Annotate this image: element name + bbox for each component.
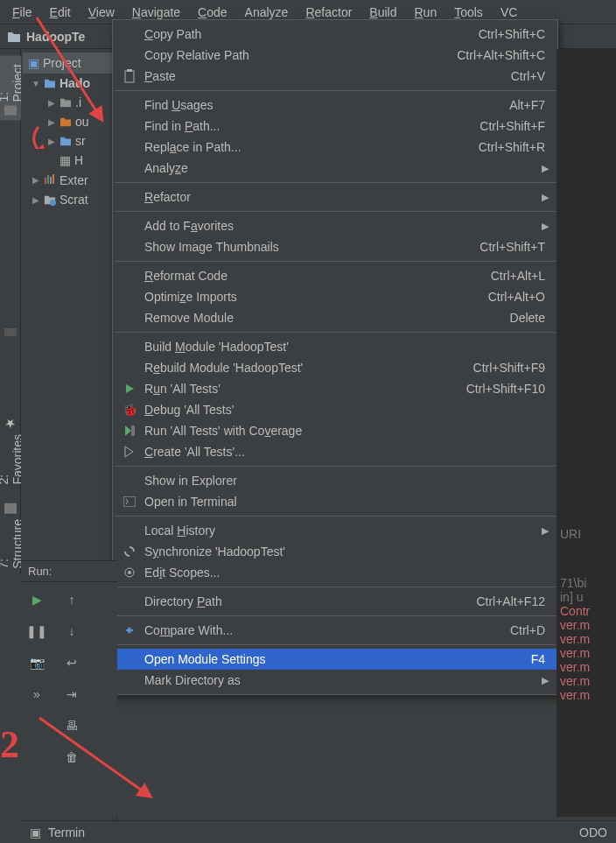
menu-item-edit-scopes[interactable]: Edit Scopes... xyxy=(113,562,557,583)
bottom-todo[interactable]: ODO xyxy=(579,825,607,839)
tree-root[interactable]: ▼ Hado xyxy=(23,74,115,93)
down-icon[interactable]: ↓ xyxy=(63,622,80,640)
scratches-icon xyxy=(44,193,56,206)
print-icon[interactable]: 🖶 xyxy=(63,717,80,734)
menu-item-run-all-tests[interactable]: Run 'All Tests'Ctrl+Shift+F10 xyxy=(113,378,557,399)
submenu-arrow-icon: ▶ xyxy=(542,675,549,686)
terminal-icon[interactable]: ▣ xyxy=(30,825,41,839)
menu-item-debug-all-tests[interactable]: 🐞Debug 'All Tests' xyxy=(113,399,557,420)
menu-item-copy-relative-path[interactable]: Copy Relative PathCtrl+Alt+Shift+C xyxy=(113,45,557,66)
folder-icon xyxy=(7,31,21,43)
menu-item-analyze[interactable]: Analyze▶ xyxy=(113,158,557,179)
menu-shortcut: Alt+F7 xyxy=(509,98,545,112)
file-icon: ▦ xyxy=(60,153,71,167)
bug-icon: 🐞 xyxy=(122,402,137,418)
menu-item-find-usages[interactable]: Find UsagesAlt+F7 xyxy=(113,95,557,116)
camera-icon[interactable]: 📷 xyxy=(28,654,46,671)
star-icon: ★ xyxy=(4,417,18,431)
menu-shortcut: Ctrl+Alt+F12 xyxy=(476,594,545,608)
rerun-icon[interactable]: ▶ xyxy=(28,591,46,608)
scroll-icon[interactable]: ⇥ xyxy=(63,685,80,703)
menu-separator xyxy=(115,587,556,587)
tree-item-src[interactable]: ▶ sr xyxy=(23,131,115,151)
menu-shortcut: Ctrl+Shift+F9 xyxy=(473,361,545,375)
menu-item-label: Mark Directory as xyxy=(144,673,545,687)
svg-rect-7 xyxy=(123,496,136,507)
svg-point-9 xyxy=(128,571,131,574)
menu-item-compare-with[interactable]: Compare With...Ctrl+D xyxy=(113,620,557,641)
expand-icon[interactable]: ▼ xyxy=(32,79,40,88)
expand-icon[interactable]: » xyxy=(28,685,46,703)
folder-icon[interactable] xyxy=(4,328,17,336)
coverage-icon xyxy=(122,423,137,439)
tree-item-idea[interactable]: ▶ .i xyxy=(23,93,115,112)
tree-item-out[interactable]: ▶ ou xyxy=(23,112,115,131)
expand-icon[interactable]: ▶ xyxy=(32,195,40,205)
project-tab-header[interactable]: ▣ Project xyxy=(23,53,115,74)
svg-rect-1 xyxy=(47,175,49,184)
menu-shortcut: Ctrl+D xyxy=(510,623,545,637)
menu-item-label: Directory Path xyxy=(144,594,476,608)
bottom-terminal[interactable]: Termin xyxy=(48,825,85,839)
menu-separator xyxy=(115,644,556,645)
menu-item-remove-module[interactable]: Remove ModuleDelete xyxy=(113,307,557,328)
menu-item-reformat-code[interactable]: Reformat CodeCtrl+Alt+L xyxy=(113,265,557,286)
window-icon: ▣ xyxy=(28,56,39,70)
svg-rect-5 xyxy=(125,71,134,82)
wrap-icon[interactable]: ↩ xyxy=(63,654,80,671)
expand-icon[interactable]: ▶ xyxy=(32,175,40,185)
menu-item-label: Analyze xyxy=(144,161,545,175)
menu-item-show-image-thumbnails[interactable]: Show Image ThumbnailsCtrl+Shift+T xyxy=(113,236,557,257)
menu-item-refactor[interactable]: Refactor▶ xyxy=(113,186,557,207)
pause-icon[interactable]: ❚❚ xyxy=(28,622,46,640)
expand-icon[interactable]: ▶ xyxy=(47,98,56,108)
breadcrumb-project[interactable]: HadoopTe xyxy=(26,30,85,44)
sync-icon xyxy=(122,544,137,559)
run-panel: Run: ▶ ❚❚ 📷 » ↑ ↓ ↩ ⇥ 🖶 🗑 xyxy=(21,560,117,817)
menu-item-create-all-tests[interactable]: Create 'All Tests'... xyxy=(113,441,557,462)
menu-separator xyxy=(115,211,556,212)
expand-icon[interactable]: ▶ xyxy=(47,137,56,146)
left-gutter: 1: Project 2: Favorites ★ 7: Structure xyxy=(0,49,21,574)
menu-item-add-to-favorites[interactable]: Add to Favorites▶ xyxy=(113,215,557,236)
menu-separator xyxy=(115,261,556,262)
menu-item-build-module[interactable]: Build Module 'HadoopTest' xyxy=(113,336,557,357)
tree-item-iml[interactable]: ▶ ▦ H xyxy=(23,151,115,170)
paste-icon xyxy=(122,68,137,84)
menu-item-rebuild-module[interactable]: Rebuild Module 'HadoopTest'Ctrl+Shift+F9 xyxy=(113,357,557,378)
trash-icon[interactable]: 🗑 xyxy=(63,748,80,766)
menu-item-local-history[interactable]: Local History▶ xyxy=(113,520,557,541)
menu-edit[interactable]: Edit xyxy=(41,2,80,23)
menu-item-label: Edit Scopes... xyxy=(144,566,545,580)
folder-icon xyxy=(60,136,72,146)
menu-file[interactable]: File xyxy=(4,2,41,23)
tree-scratches[interactable]: ▶ Scrat xyxy=(23,190,115,209)
structure-icon xyxy=(4,503,17,513)
menu-shortcut: Delete xyxy=(510,311,545,325)
context-menu: Copy PathCtrl+Shift+CCopy Relative PathC… xyxy=(112,19,558,695)
svg-point-4 xyxy=(50,200,56,206)
menu-item-directory-path[interactable]: Directory PathCtrl+Alt+F12 xyxy=(113,591,557,612)
menu-item-mark-directory-as[interactable]: Mark Directory as▶ xyxy=(113,670,557,691)
menu-item-label: Remove Module xyxy=(144,311,510,325)
menu-separator xyxy=(115,332,556,333)
menu-item-synchronize[interactable]: Synchronize 'HadoopTest' xyxy=(113,541,557,562)
menu-item-label: Copy Relative Path xyxy=(144,48,457,62)
menu-item-label: Run 'All Tests' with Coverage xyxy=(144,424,545,438)
menu-item-replace-in-path[interactable]: Replace in Path...Ctrl+Shift+R xyxy=(113,137,557,158)
menu-item-open-in-terminal[interactable]: Open in Terminal xyxy=(113,491,557,512)
expand-icon[interactable]: ▶ xyxy=(47,117,56,127)
menu-item-copy-path[interactable]: Copy PathCtrl+Shift+C xyxy=(113,24,557,45)
menu-item-find-in-path[interactable]: Find in Path...Ctrl+Shift+F xyxy=(113,116,557,137)
submenu-arrow-icon: ▶ xyxy=(542,525,549,537)
menu-item-run-all-tests-with-coverage[interactable]: Run 'All Tests' with Coverage xyxy=(113,420,557,441)
menu-item-show-in-explorer[interactable]: Show in Explorer xyxy=(113,470,557,491)
tree-external-libs[interactable]: ▶ Exter xyxy=(23,170,115,190)
menu-item-label: Local History xyxy=(144,523,545,537)
up-icon[interactable]: ↑ xyxy=(63,591,80,608)
menu-item-label: Find in Path... xyxy=(144,119,480,133)
menu-separator xyxy=(115,615,556,616)
menu-item-optimize-imports[interactable]: Optimize ImportsCtrl+Alt+O xyxy=(113,286,557,307)
menu-item-paste[interactable]: PasteCtrl+V xyxy=(113,66,557,87)
menu-item-open-module-settings[interactable]: Open Module SettingsF4 xyxy=(113,649,557,670)
